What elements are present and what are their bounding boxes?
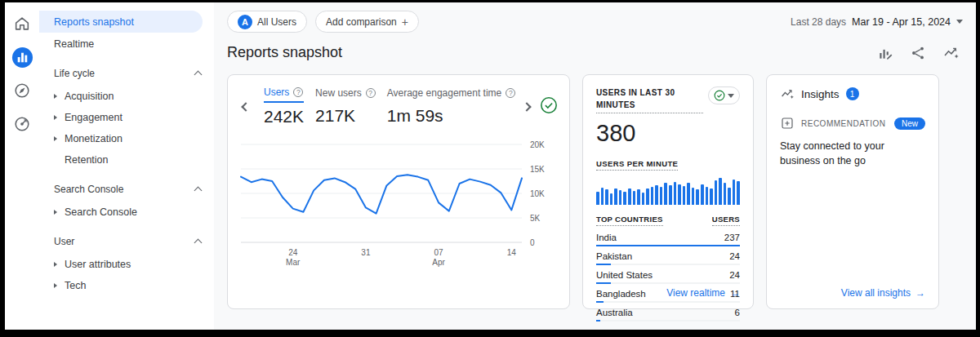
metric-value: 1m 59s bbox=[387, 106, 516, 126]
chevron-up-icon bbox=[194, 71, 203, 79]
minute-bar bbox=[646, 188, 649, 205]
country-row: Pakistan24 bbox=[596, 251, 740, 265]
explore-icon[interactable] bbox=[11, 79, 33, 102]
sidebar-item-label: Monetization bbox=[65, 133, 122, 144]
minute-bar bbox=[660, 187, 663, 205]
minute-bar bbox=[633, 191, 636, 205]
carousel-next-button[interactable] bbox=[520, 97, 533, 117]
metric-value: 242K bbox=[264, 107, 304, 126]
realtime-status-dropdown[interactable] bbox=[708, 86, 740, 104]
link-label: View all insights bbox=[841, 287, 911, 299]
data-quality-icon[interactable] bbox=[540, 96, 558, 118]
view-all-insights-link[interactable]: View all insights → bbox=[841, 287, 925, 299]
country-name: India bbox=[596, 233, 617, 242]
metrics-carousel: Users? 242K New users? 217K Average enga… bbox=[239, 83, 558, 128]
minute-bar bbox=[614, 188, 617, 205]
audience-avatar: A bbox=[238, 15, 252, 29]
reports-icon[interactable] bbox=[11, 46, 33, 69]
sidebar-section-life-cycle[interactable]: Life cycle bbox=[39, 55, 214, 86]
sidebar: Reports snapshot Realtime Life cycle Acq… bbox=[39, 2, 214, 330]
country-bar bbox=[596, 264, 740, 265]
share-icon[interactable] bbox=[910, 45, 926, 61]
minute-bar bbox=[728, 188, 731, 205]
realtime-card: USERS IN LAST 30 MINUTES 380 USERS PER M… bbox=[582, 74, 754, 309]
country-bar-fill bbox=[596, 320, 600, 321]
help-icon[interactable]: ? bbox=[506, 88, 515, 98]
expand-arrow-icon bbox=[54, 115, 57, 120]
sidebar-section-search-console[interactable]: Search Console bbox=[39, 171, 214, 202]
minute-bar bbox=[678, 184, 681, 205]
add-comparison-chip[interactable]: Add comparison + bbox=[315, 11, 419, 33]
insights-title: Insights bbox=[801, 88, 840, 100]
svg-text:10K: 10K bbox=[530, 189, 545, 198]
svg-text:Apr: Apr bbox=[432, 258, 445, 267]
sidebar-item-reports-snapshot[interactable]: Reports snapshot bbox=[39, 11, 203, 33]
realtime-users-value: 380 bbox=[596, 120, 740, 147]
svg-text:20K: 20K bbox=[530, 140, 545, 149]
customize-report-icon[interactable] bbox=[877, 45, 893, 61]
overview-card: Users? 242K New users? 217K Average enga… bbox=[227, 74, 570, 309]
users-per-minute-chart[interactable] bbox=[596, 177, 740, 205]
minute-bar bbox=[710, 188, 713, 205]
svg-text:0: 0 bbox=[530, 238, 535, 247]
country-bar bbox=[596, 301, 740, 303]
recommendation-icon bbox=[780, 116, 795, 131]
sidebar-item-acquisition[interactable]: Acquisition bbox=[39, 86, 214, 107]
chevron-down-icon bbox=[728, 94, 734, 98]
recommendation-label: RECOMMENDATION bbox=[801, 119, 888, 128]
sidebar-item-engagement[interactable]: Engagement bbox=[39, 107, 214, 128]
expand-arrow-icon bbox=[54, 210, 57, 215]
country-row: India237 bbox=[596, 233, 740, 246]
home-icon[interactable] bbox=[11, 12, 33, 35]
users-trend-chart[interactable]: 05K10K15K20K24Mar3107Apr14 bbox=[239, 136, 558, 273]
sidebar-item-monetization[interactable]: Monetization bbox=[39, 128, 214, 149]
countries-table-header: TOP COUNTRIES USERS bbox=[596, 215, 740, 226]
sidebar-item-tech[interactable]: Tech bbox=[39, 275, 214, 296]
carousel-prev-button[interactable] bbox=[239, 97, 252, 117]
metric-users[interactable]: Users? 242K bbox=[264, 86, 304, 126]
realtime-title: USERS IN LAST 30 MINUTES bbox=[596, 86, 703, 113]
sidebar-item-label: Acquisition bbox=[65, 91, 114, 102]
date-range-picker[interactable]: Last 28 days Mar 19 - Apr 15, 2024 bbox=[791, 16, 963, 28]
country-bar-fill bbox=[596, 301, 604, 303]
insights-count-badge: 1 bbox=[846, 87, 859, 100]
sidebar-item-label: Retention bbox=[65, 154, 109, 166]
help-icon[interactable]: ? bbox=[293, 87, 303, 97]
svg-text:15K: 15K bbox=[530, 165, 545, 174]
all-users-chip[interactable]: A All Users bbox=[227, 11, 307, 33]
minute-bar bbox=[715, 180, 718, 205]
comparison-bar: A All Users Add comparison + Last 28 day… bbox=[214, 2, 976, 36]
advertising-icon[interactable] bbox=[11, 113, 33, 135]
sidebar-item-realtime[interactable]: Realtime bbox=[39, 33, 214, 55]
sidebar-item-search-console[interactable]: Search Console bbox=[39, 202, 214, 223]
minute-bar bbox=[619, 190, 622, 205]
minute-bar bbox=[701, 184, 704, 205]
main-content: A All Users Add comparison + Last 28 day… bbox=[214, 2, 976, 330]
country-name: Bangladesh bbox=[596, 289, 646, 299]
insight-message[interactable]: Stay connected to your business on the g… bbox=[780, 139, 925, 168]
minute-bar bbox=[596, 192, 599, 205]
metric-new-users[interactable]: New users? 217K bbox=[315, 87, 376, 126]
insights-icon bbox=[780, 86, 795, 101]
minute-bar bbox=[674, 182, 677, 205]
top-countries-label: TOP COUNTRIES bbox=[596, 215, 663, 226]
insights-icon[interactable] bbox=[942, 44, 960, 61]
check-circle-icon bbox=[714, 90, 725, 101]
minute-bar bbox=[642, 193, 645, 205]
arrow-right-icon: → bbox=[730, 287, 740, 299]
view-realtime-link[interactable]: View realtime → bbox=[666, 287, 740, 299]
chevron-down-icon bbox=[956, 20, 963, 24]
country-bar-fill bbox=[596, 282, 611, 284]
svg-text:14: 14 bbox=[507, 248, 517, 257]
country-bar bbox=[596, 245, 740, 246]
metric-avg-engagement-time[interactable]: Average engagement time? 1m 59s bbox=[387, 87, 516, 126]
country-bar bbox=[596, 320, 740, 321]
sidebar-item-label: Search Console bbox=[65, 206, 137, 218]
help-icon[interactable]: ? bbox=[366, 88, 376, 98]
minute-bar bbox=[733, 180, 736, 205]
minute-bar bbox=[719, 178, 722, 205]
sidebar-item-retention[interactable]: Retention bbox=[39, 149, 214, 171]
minute-bar bbox=[601, 188, 604, 205]
sidebar-item-user-attributes[interactable]: User attributes bbox=[39, 254, 214, 275]
sidebar-section-user[interactable]: User bbox=[39, 223, 214, 254]
